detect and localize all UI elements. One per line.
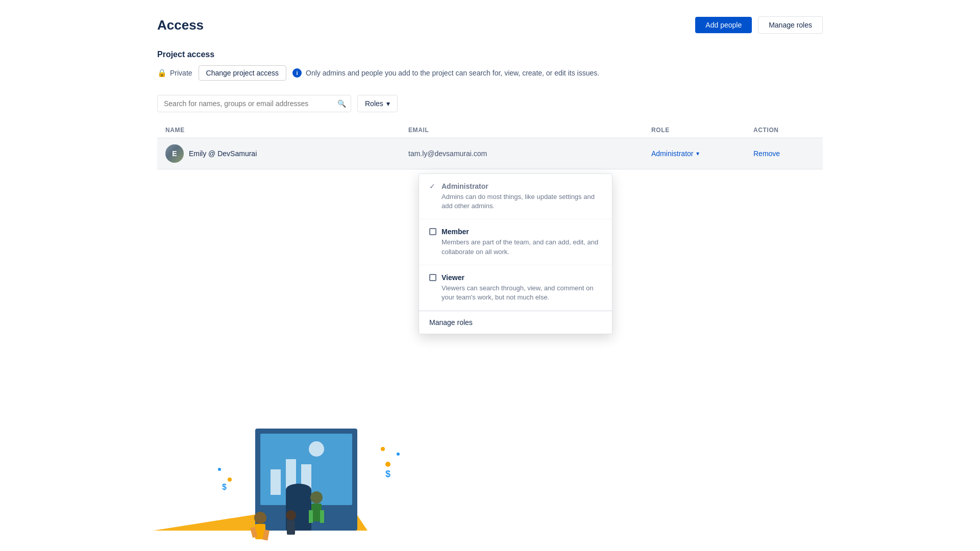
- search-wrapper: 🔍: [157, 95, 351, 112]
- chevron-down-icon: ▾: [386, 99, 390, 108]
- change-project-access-button[interactable]: Change project access: [199, 65, 286, 81]
- roles-filter-dropdown[interactable]: Roles ▾: [357, 95, 398, 112]
- role-label: Administrator: [651, 149, 693, 158]
- table-row: E Emily @ DevSamurai tam.ly@devsamurai.c…: [157, 138, 823, 169]
- lock-icon: 🔒: [157, 68, 167, 78]
- col-action: Action: [753, 127, 815, 134]
- col-role: Role: [651, 127, 753, 134]
- info-message: i Only admins and people you add to the …: [292, 68, 599, 78]
- private-label: 🔒 Private: [157, 68, 192, 78]
- role-dropdown-panel: ✓ Administrator Admins can do most thing…: [419, 173, 612, 186]
- col-name: Name: [165, 127, 408, 134]
- search-filter-row: 🔍 Roles ▾: [157, 95, 823, 112]
- administrator-label: Administrator: [442, 182, 488, 186]
- action-cell: Remove: [753, 149, 815, 158]
- col-email: Email: [408, 127, 651, 134]
- search-icon: 🔍: [337, 99, 346, 108]
- access-table: Name Email Role Action E Emily @ DevSamu…: [157, 122, 823, 169]
- page-title: Access: [157, 17, 204, 33]
- page-header: Access Add people Manage roles: [157, 16, 823, 34]
- chevron-down-icon: ▾: [696, 150, 699, 157]
- project-access-row: 🔒 Private Change project access i Only a…: [157, 65, 823, 81]
- roles-filter-label: Roles: [365, 99, 383, 108]
- search-icon-button[interactable]: 🔍: [337, 99, 346, 108]
- search-input[interactable]: [157, 95, 351, 112]
- table-header: Name Email Role Action: [157, 122, 823, 138]
- user-cell: E Emily @ DevSamurai: [165, 144, 408, 163]
- project-access-section: Project access 🔒 Private Change project …: [157, 50, 823, 81]
- avatar: E: [165, 144, 184, 163]
- user-name: Emily @ DevSamurai: [189, 149, 257, 158]
- section-title: Project access: [157, 50, 823, 59]
- add-people-button[interactable]: Add people: [695, 17, 752, 33]
- remove-button[interactable]: Remove: [753, 149, 780, 158]
- role-cell[interactable]: Administrator ▾: [651, 149, 753, 158]
- header-actions: Add people Manage roles: [695, 16, 823, 34]
- manage-roles-button[interactable]: Manage roles: [758, 16, 823, 34]
- info-icon: i: [292, 68, 302, 78]
- dropdown-item-administrator[interactable]: ✓ Administrator Admins can do most thing…: [419, 174, 612, 186]
- checkmark-icon: ✓: [429, 182, 436, 186]
- dropdown-item-header-administrator: ✓ Administrator: [429, 182, 602, 186]
- user-email: tam.ly@devsamurai.com: [408, 149, 651, 158]
